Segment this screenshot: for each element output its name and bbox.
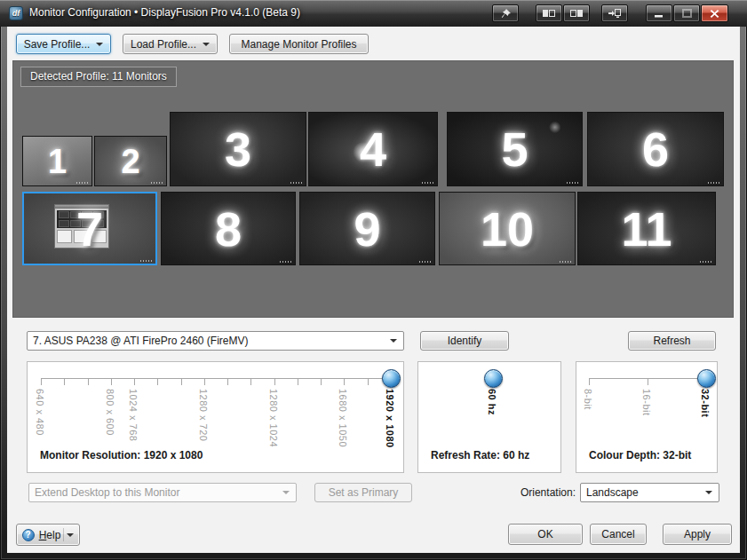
orientation-value: Landscape <box>586 486 639 499</box>
monitor-number: 8 <box>215 205 242 253</box>
maximize-icon <box>673 4 700 22</box>
set-as-primary-label: Set as Primary <box>329 486 399 499</box>
ok-button[interactable]: OK <box>508 524 583 545</box>
monitor-number: 3 <box>225 125 251 173</box>
slider-tick <box>298 378 298 385</box>
window-title: Monitor Configuration • DisplayFusion Pr… <box>29 0 300 27</box>
set-as-primary-button: Set as Primary <box>314 483 412 502</box>
refresh-rate-caption: Refresh Rate: 60 hz <box>431 449 529 461</box>
monitor-number: 10 <box>481 205 534 253</box>
monitor-number: 2 <box>121 145 139 178</box>
slider-tick <box>64 378 65 385</box>
monitor-select-dropdown[interactable]: 7. ASUS PA238 @ ATI FirePro 2460 (FireMV… <box>27 331 404 351</box>
pin-window-icon[interactable] <box>492 4 519 22</box>
save-profile-label: Save Profile... <box>24 38 91 51</box>
slider-tick <box>204 378 205 385</box>
slider-tick-label: 32-bit <box>700 389 711 417</box>
monitor-thumb-1[interactable]: 1 <box>22 136 92 186</box>
apply-label: Apply <box>684 528 711 540</box>
cancel-label: Cancel <box>601 528 634 540</box>
slider-tick <box>181 378 182 385</box>
taskbar-dots <box>567 182 579 184</box>
chevron-down-icon <box>705 491 712 494</box>
taskbar-dots <box>76 182 89 184</box>
detected-profile-badge: Detected Profile: 11 Monitors <box>20 67 177 87</box>
slider-tick <box>274 378 275 385</box>
refresh-button[interactable]: Refresh <box>628 331 716 351</box>
chevron-down-icon <box>390 339 397 343</box>
close-icon[interactable] <box>701 4 728 22</box>
slider-tick-label: 1920 x 1080 <box>385 389 395 448</box>
slider-tick <box>648 378 648 385</box>
monitor-number: 9 <box>354 205 380 253</box>
chevron-down-icon <box>203 43 210 46</box>
monitor-thumb-9[interactable]: 9 <box>299 192 435 265</box>
taskbar-dots <box>708 182 720 184</box>
monitor-thumb-2[interactable]: 2 <box>94 136 167 186</box>
monitor-layout-panel: Detected Profile: 11 Monitors 1234567891… <box>12 60 734 318</box>
refresh-label: Refresh <box>653 335 690 347</box>
dialog-content: Save Profile... Load Profile... Manage M… <box>7 27 740 553</box>
extend-desktop-value: Extend Desktop to this Monitor <box>35 486 179 499</box>
slider-tick-label: 1280 x 1024 <box>268 389 279 447</box>
save-profile-button[interactable]: Save Profile... <box>16 34 111 54</box>
taskbar-dots <box>151 182 163 184</box>
taskbar-dots <box>140 260 153 262</box>
cancel-button[interactable]: Cancel <box>590 524 647 545</box>
apply-button[interactable]: Apply <box>663 524 732 545</box>
slider-tick-label: 1680 x 1050 <box>338 389 348 447</box>
monitor-thumb-8[interactable]: 8 <box>161 192 296 265</box>
taskbar-dots <box>700 261 712 263</box>
move-window-left-icon[interactable] <box>536 4 562 22</box>
monitor-thumb-6[interactable]: 6 <box>587 112 724 186</box>
taskbar-dots <box>419 261 432 263</box>
slider-tick <box>227 378 228 385</box>
slider-tick <box>250 378 251 385</box>
slider-tick <box>321 378 322 385</box>
slider-tick-label: 800 x 600 <box>105 389 115 436</box>
chevron-down-icon <box>67 533 74 537</box>
monitor-thumb-5[interactable]: 5 <box>447 112 583 186</box>
monitor-thumb-10[interactable]: 10 <box>439 192 576 265</box>
load-profile-button[interactable]: Load Profile... <box>123 34 218 54</box>
orientation-dropdown[interactable]: Landscape <box>580 483 719 502</box>
help-label: Help <box>39 529 61 541</box>
refresh-rate-panel: Refresh Rate: 60 hz 60 hz <box>417 361 561 473</box>
minimize-icon[interactable] <box>646 4 672 22</box>
slider-tick-label: 640 x 480 <box>35 389 45 436</box>
slider-tick <box>41 378 42 385</box>
taskbar-dots <box>560 261 572 263</box>
monitor-number: 7 <box>76 205 103 253</box>
monitor-thumb-11[interactable]: 11 <box>577 192 716 265</box>
slider-tick-label: 16-bit <box>641 389 652 416</box>
colour-slider-thumb[interactable] <box>697 369 716 388</box>
displayfusion-app-icon: df <box>9 6 23 20</box>
monitor-thumb-4[interactable]: 4 <box>308 112 438 186</box>
slider-tick-label: 60 hz <box>487 389 497 415</box>
manage-profiles-label: Manage Monitor Profiles <box>241 38 356 51</box>
move-window-right-icon[interactable] <box>563 4 590 22</box>
chevron-down-icon <box>282 491 290 494</box>
monitor-thumb-7[interactable]: 7 <box>22 192 157 265</box>
monitor-number: 1 <box>48 145 67 178</box>
slider-tick <box>157 378 158 385</box>
identify-button[interactable]: Identify <box>420 331 509 351</box>
colour-depth-panel: Colour Depth: 32-bit 8-bit16-bit32-bit <box>576 361 718 473</box>
resolution-panel: Monitor Resolution: 1920 x 1080 640 x 48… <box>27 361 404 473</box>
send-to-monitor-icon[interactable] <box>601 4 628 22</box>
help-question-icon: ? <box>22 529 35 541</box>
help-button[interactable]: ? Help <box>16 524 80 546</box>
slider-tick <box>368 378 369 385</box>
monitor-number: 11 <box>621 205 672 253</box>
slider-track[interactable] <box>41 378 391 379</box>
taskbar-dots <box>290 182 303 184</box>
monitor-thumb-3[interactable]: 3 <box>170 112 306 186</box>
monitor-number: 4 <box>360 125 386 173</box>
titlebar: df Monitor Configuration • DisplayFusion… <box>0 0 747 27</box>
slider-tick <box>111 378 112 385</box>
ok-label: OK <box>537 528 552 540</box>
refresh-slider-thumb[interactable] <box>484 369 503 388</box>
resolution-slider-thumb[interactable] <box>382 369 401 388</box>
slider-tick <box>88 378 89 385</box>
manage-monitor-profiles-button[interactable]: Manage Monitor Profiles <box>229 34 369 54</box>
